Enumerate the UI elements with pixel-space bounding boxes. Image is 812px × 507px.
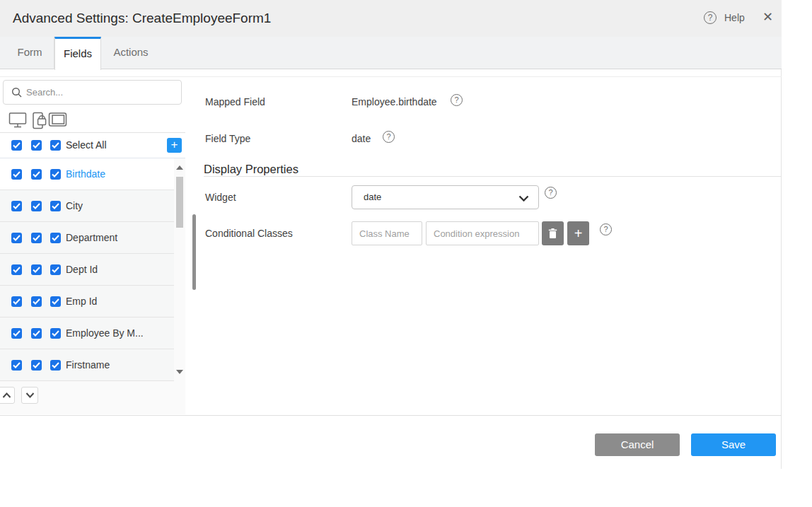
dialog-header: Advanced Settings: CreateEmployeeForm1 ?… (0, 0, 782, 37)
conditional-classes-label: Conditional Classes (205, 228, 293, 239)
field-list-item[interactable]: Department (0, 222, 174, 254)
advanced-settings-dialog: Advanced Settings: CreateEmployeeForm1 ?… (0, 0, 782, 469)
field-type-help-icon[interactable]: ? (383, 131, 395, 143)
field-label: Birthdate (66, 168, 105, 180)
mobile-icon[interactable] (31, 112, 48, 130)
field-checkbox-tablet[interactable] (50, 328, 61, 339)
tablet-icon[interactable] (48, 112, 67, 127)
field-label: Department (66, 232, 117, 243)
add-conditional-class-button[interactable]: + (567, 221, 589, 245)
widget-select[interactable]: date (352, 185, 539, 209)
tab-actions[interactable]: Actions (101, 37, 161, 69)
display-properties-heading: Display Properties (204, 163, 298, 176)
mapped-field-label: Mapped Field (205, 96, 265, 107)
field-checkbox-mobile[interactable] (31, 169, 42, 180)
field-checkbox-desktop[interactable] (11, 264, 22, 275)
field-checkbox-tablet[interactable] (50, 201, 61, 211)
field-list-item[interactable]: Dept Id (0, 254, 174, 286)
search-icon (11, 87, 23, 98)
conditional-classes-help-icon[interactable]: ? (600, 223, 612, 235)
field-checkbox-desktop[interactable] (11, 360, 22, 371)
field-list-item[interactable]: Firstname (0, 349, 174, 381)
field-checkbox-desktop[interactable] (11, 328, 22, 339)
widget-label: Widget (205, 192, 236, 203)
field-checkbox-desktop[interactable] (11, 201, 22, 211)
device-icon-row (0, 107, 185, 133)
field-type-label: Field Type (205, 133, 250, 144)
mapped-field-value: Employee.birthdate (352, 96, 437, 107)
field-list-item[interactable]: Emp Id (0, 286, 174, 317)
select-all-checkbox-mobile[interactable] (31, 140, 42, 151)
chevron-down-icon (518, 195, 529, 202)
search-input[interactable] (26, 81, 178, 103)
add-field-button[interactable]: + (167, 138, 182, 153)
scrollbar-thumb[interactable] (176, 177, 183, 228)
field-checkbox-tablet[interactable] (50, 296, 61, 307)
field-search (3, 80, 182, 105)
close-icon[interactable]: ✕ (762, 9, 773, 25)
sidebar-footer (0, 381, 185, 414)
footer-divider (0, 415, 782, 416)
widget-selected-value: date (364, 192, 381, 202)
field-checkbox-mobile[interactable] (31, 360, 42, 371)
field-type-value: date (352, 133, 371, 144)
field-checkbox-desktop[interactable] (11, 233, 22, 243)
widget-help-icon[interactable]: ? (545, 187, 557, 199)
select-all-checkbox-tablet[interactable] (50, 140, 61, 151)
delete-conditional-class-button[interactable] (542, 221, 564, 245)
field-checkbox-mobile[interactable] (31, 201, 42, 211)
section-divider (204, 176, 782, 177)
tab-bar: Form Fields Actions (0, 37, 782, 69)
desktop-icon[interactable] (8, 112, 27, 129)
field-list-scrollbar[interactable] (174, 158, 185, 381)
scroll-down-icon[interactable] (176, 370, 183, 374)
chevron-down-icon (25, 392, 35, 398)
field-checkbox-desktop[interactable] (11, 296, 22, 307)
select-all-checkbox-desktop[interactable] (11, 140, 22, 151)
field-checkbox-mobile[interactable] (31, 233, 42, 243)
scroll-up-icon[interactable] (176, 165, 183, 170)
field-list-item[interactable]: City (0, 190, 174, 222)
field-checkbox-tablet[interactable] (50, 360, 61, 371)
select-all-row: Select All + (0, 133, 185, 158)
trash-icon (548, 228, 557, 239)
move-field-down-button[interactable] (21, 387, 38, 404)
field-list-item[interactable]: Employee By M... (0, 317, 174, 349)
field-checkbox-mobile[interactable] (31, 328, 42, 339)
field-checkbox-tablet[interactable] (50, 233, 61, 243)
field-label: Emp Id (66, 296, 97, 307)
tab-fields[interactable]: Fields (54, 37, 101, 70)
cancel-button[interactable]: Cancel (595, 433, 680, 456)
panel-scrollbar-thumb[interactable] (192, 214, 196, 290)
field-checkbox-mobile[interactable] (31, 264, 42, 275)
field-label: Dept Id (66, 264, 98, 275)
tab-form[interactable]: Form (6, 37, 54, 69)
screen: Advanced Settings: CreateEmployeeForm1 ?… (0, 0, 812, 507)
dialog-title: Advanced Settings: CreateEmployeeForm1 (13, 0, 271, 37)
field-checkbox-desktop[interactable] (11, 169, 22, 180)
field-label: City (66, 200, 83, 211)
select-all-label: Select All (66, 139, 107, 151)
condition-expression-input[interactable] (426, 221, 539, 245)
field-checkbox-tablet[interactable] (50, 169, 61, 180)
content-divider (0, 76, 782, 77)
class-name-input[interactable] (352, 221, 422, 245)
field-checkbox-mobile[interactable] (31, 296, 42, 307)
field-label: Employee By M... (66, 327, 144, 339)
help-icon[interactable]: ? (704, 11, 717, 24)
save-button[interactable]: Save (691, 433, 776, 456)
field-list-item[interactable]: Birthdate (0, 158, 174, 190)
field-checkbox-tablet[interactable] (50, 264, 61, 275)
field-list: Birthdate City (0, 158, 174, 381)
move-field-up-button[interactable] (0, 387, 15, 404)
help-button[interactable]: Help (724, 12, 745, 23)
chevron-up-icon (2, 392, 11, 398)
field-label: Firstname (66, 359, 110, 371)
mapped-field-help-icon[interactable]: ? (451, 94, 463, 106)
